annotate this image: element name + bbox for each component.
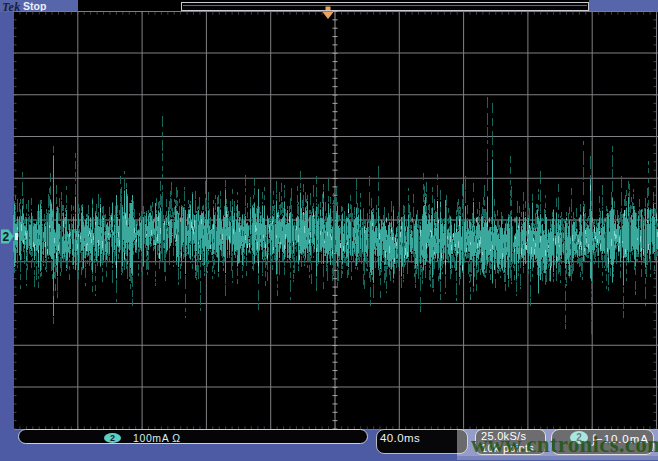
svg-text:2: 2 — [3, 230, 10, 244]
